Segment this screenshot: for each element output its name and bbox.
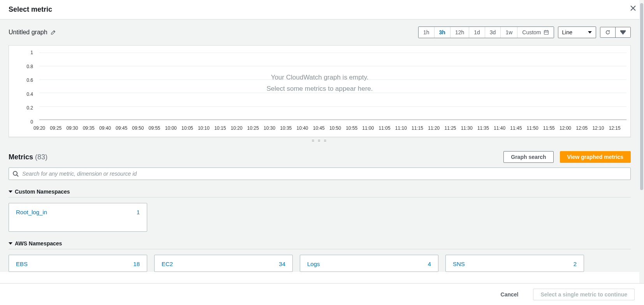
- namespace-name: EBS: [16, 261, 28, 267]
- graph-title-text: Untitled graph: [9, 29, 48, 36]
- chart-type-select[interactable]: Line: [558, 26, 596, 38]
- namespace-name: EC2: [162, 261, 173, 267]
- x-tick: 12:15: [609, 125, 621, 131]
- modal-title: Select metric: [9, 5, 52, 14]
- gridline: [39, 120, 626, 120]
- x-tick: 12:05: [576, 125, 588, 131]
- time-range-group: 1h 3h 12h 1d 3d 1w Custom: [418, 26, 554, 38]
- range-custom[interactable]: Custom: [517, 27, 553, 38]
- caret-down-icon: [620, 30, 626, 35]
- x-tick: 09:55: [149, 125, 160, 131]
- close-button[interactable]: [630, 5, 636, 13]
- namespace-count: 1: [137, 209, 140, 215]
- gridline: [39, 106, 626, 107]
- x-tick: 11:25: [444, 125, 456, 131]
- x-tick: 11:40: [494, 125, 505, 131]
- metric-search: [9, 167, 631, 180]
- caret-down-icon: [9, 190, 12, 194]
- x-tick: 11:05: [379, 125, 391, 131]
- close-icon: [630, 5, 636, 11]
- graph-toolbar: Untitled graph 1h 3h 12h 1d 3d 1w Custom…: [0, 19, 639, 45]
- svg-rect-0: [544, 31, 548, 35]
- range-1w[interactable]: 1w: [501, 27, 517, 38]
- metric-search-input[interactable]: [9, 167, 631, 180]
- range-12h[interactable]: 12h: [450, 27, 469, 38]
- x-tick: 10:25: [247, 125, 259, 131]
- refresh-icon: [605, 30, 611, 35]
- y-tick: 1: [30, 50, 33, 55]
- chart-type-label: Line: [562, 29, 572, 35]
- namespace-count: 2: [574, 261, 577, 267]
- refresh-group: [600, 27, 631, 38]
- x-tick: 11:50: [527, 125, 538, 131]
- x-tick: 09:30: [66, 125, 78, 131]
- select-metric-modal: Select metric Untitled graph 1h 3h 12h 1…: [0, 0, 644, 305]
- x-tick: 10:00: [165, 125, 177, 131]
- refresh-button[interactable]: [600, 27, 616, 37]
- graph-search-button[interactable]: Graph search: [503, 151, 553, 163]
- graph-card: 10.80.60.40.20 Your CloudWatch graph is …: [9, 45, 631, 137]
- range-1h[interactable]: 1h: [419, 27, 435, 38]
- namespace-card[interactable]: Logs4: [300, 255, 438, 272]
- x-tick: 11:00: [362, 125, 374, 131]
- namespace-card[interactable]: Root_log_in1: [9, 203, 147, 232]
- namespace-card[interactable]: EC234: [154, 255, 293, 272]
- caret-down-icon: [9, 242, 12, 245]
- y-tick: 0.2: [26, 105, 33, 111]
- x-tick: 10:35: [280, 125, 292, 131]
- custom-namespaces-toggle[interactable]: Custom Namespaces: [9, 189, 631, 197]
- namespace-card[interactable]: SNS2: [445, 255, 584, 272]
- metrics-header: Metrics (83) Graph search View graphed m…: [9, 151, 631, 163]
- view-graphed-metrics-button[interactable]: View graphed metrics: [560, 151, 631, 163]
- aws-namespace-cards: EBS18EC234Logs4SNS2: [9, 255, 631, 272]
- edit-icon: [51, 30, 56, 35]
- svg-point-1: [13, 171, 17, 175]
- namespace-count: 18: [133, 261, 140, 267]
- x-tick: 11:35: [477, 125, 489, 131]
- x-tick: 09:50: [132, 125, 144, 131]
- range-3d[interactable]: 3d: [485, 27, 501, 38]
- modal-header: Select metric: [0, 0, 644, 19]
- y-tick: 0: [30, 119, 33, 125]
- empty-line-2: Select some metrics to appear here.: [9, 83, 630, 95]
- metrics-heading-text: Metrics: [9, 153, 33, 161]
- x-tick: 09:20: [33, 125, 45, 131]
- x-tick: 09:40: [99, 125, 111, 131]
- modal-footer: Cancel Select a single metric to continu…: [0, 283, 644, 305]
- continue-button[interactable]: Select a single metric to continue: [533, 289, 635, 300]
- x-tick: 10:30: [264, 125, 275, 131]
- x-tick: 12:10: [592, 125, 604, 131]
- graph-body: 10.80.60.40.20 Your CloudWatch graph is …: [0, 45, 639, 137]
- x-tick: 10:20: [231, 125, 243, 131]
- x-tick: 10:05: [181, 125, 193, 131]
- x-tick: 10:50: [329, 125, 341, 131]
- range-1d[interactable]: 1d: [469, 27, 485, 38]
- namespace-card[interactable]: EBS18: [9, 255, 147, 272]
- x-axis: 09:2009:2509:3009:3509:4009:4509:5009:55…: [39, 125, 626, 131]
- refresh-options-button[interactable]: [616, 27, 630, 37]
- custom-namespaces-heading: Custom Namespaces: [15, 189, 70, 195]
- aws-namespaces-toggle[interactable]: AWS Namespaces: [9, 240, 631, 249]
- x-tick: 11:20: [428, 125, 440, 131]
- x-tick: 10:10: [198, 125, 209, 131]
- x-tick: 12:00: [560, 125, 571, 131]
- x-tick: 11:45: [510, 125, 522, 131]
- namespace-name: SNS: [453, 261, 465, 267]
- scrollbar-track[interactable]: [639, 0, 644, 305]
- resize-handle[interactable]: = = =: [0, 137, 639, 144]
- scrollbar-thumb[interactable]: [640, 3, 643, 190]
- graph-title[interactable]: Untitled graph: [9, 29, 56, 36]
- x-tick: 09:25: [50, 125, 62, 131]
- empty-message: Your CloudWatch graph is empty. Select s…: [9, 72, 630, 95]
- range-custom-label: Custom: [522, 29, 541, 35]
- x-tick: 09:45: [116, 125, 127, 131]
- caret-down-icon: [588, 31, 592, 33]
- range-3h[interactable]: 3h: [435, 27, 450, 38]
- cancel-button[interactable]: Cancel: [494, 289, 526, 300]
- metrics-heading: Metrics (83): [9, 153, 48, 161]
- gridline: [39, 66, 626, 66]
- namespace-name: Logs: [307, 261, 320, 267]
- namespace-name: Root_log_in: [16, 209, 47, 215]
- x-tick: 11:30: [461, 125, 473, 131]
- resize-handle-glyph: = = =: [312, 138, 327, 143]
